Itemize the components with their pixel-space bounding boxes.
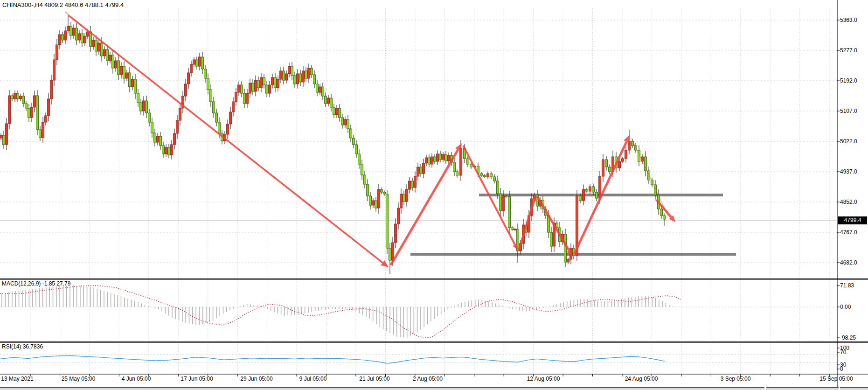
price-axis-label: 4767.0: [840, 229, 857, 236]
time-axis-label: 25 May 05:00: [62, 376, 96, 382]
time-axis-label: 29 Jun 05:00: [240, 376, 272, 382]
bottom-tab-segment[interactable]: [766, 387, 839, 390]
price-axis-label: 5022.0: [840, 138, 857, 145]
bottom-tab-segment[interactable]: [840, 387, 868, 390]
price-axis-label: 4852.0: [840, 199, 857, 205]
trading-terminal-chart-window: CHINA300-,H4 4809.2 4840.6 4788.1 4799.4…: [0, 0, 868, 390]
time-axis-label: 2 Aug 05:00: [413, 376, 443, 382]
macd-indicator-label: MACD(12,26,9) -1.85 27.79: [2, 280, 70, 287]
bottom-tab-segment[interactable]: [0, 387, 764, 390]
price-axis-label: 5277.0: [840, 47, 857, 54]
time-axis-label: 4 Jun 05:00: [122, 376, 151, 382]
macd-scale-label: 0.00: [840, 304, 851, 310]
rsi-indicator-label: RSI(14) 36.7836: [2, 343, 43, 350]
time-axis-label: 12 Aug 05:00: [527, 376, 560, 382]
macd-scale-label: -98.25: [840, 334, 856, 341]
time-axis-label: 15 Sep 05:00: [819, 376, 853, 382]
time-axis-label: 9 Jul 05:00: [299, 376, 327, 382]
current-price-badge: 4799.4: [838, 216, 867, 224]
price-axis-label: 5107.0: [840, 108, 857, 114]
price-axis-label: 4937.0: [840, 168, 857, 175]
rsi-scale-label: 70: [840, 349, 846, 355]
time-axis-label: 17 Jun 05:00: [181, 376, 213, 382]
time-axis-label: 24 Aug 05:00: [625, 376, 658, 382]
price-axis-label: 5192.0: [840, 77, 857, 84]
time-axis-label: 3 Sep 05:00: [721, 376, 751, 382]
chart-title-symbol-ohlc: CHINA300-,H4 4809.2 4840.6 4788.1 4799.4: [2, 2, 124, 8]
price-axis-label: 4682.0: [840, 259, 857, 266]
time-axis-label: 21 Jul 05:00: [359, 376, 389, 382]
macd-scale-label: 71.83: [840, 282, 854, 289]
rsi-scale-label: 0: [840, 366, 843, 372]
price-axis-label: 5363.0: [840, 17, 857, 23]
chart-canvas[interactable]: [0, 0, 868, 390]
time-axis-label: 13 May 2021: [1, 376, 33, 382]
